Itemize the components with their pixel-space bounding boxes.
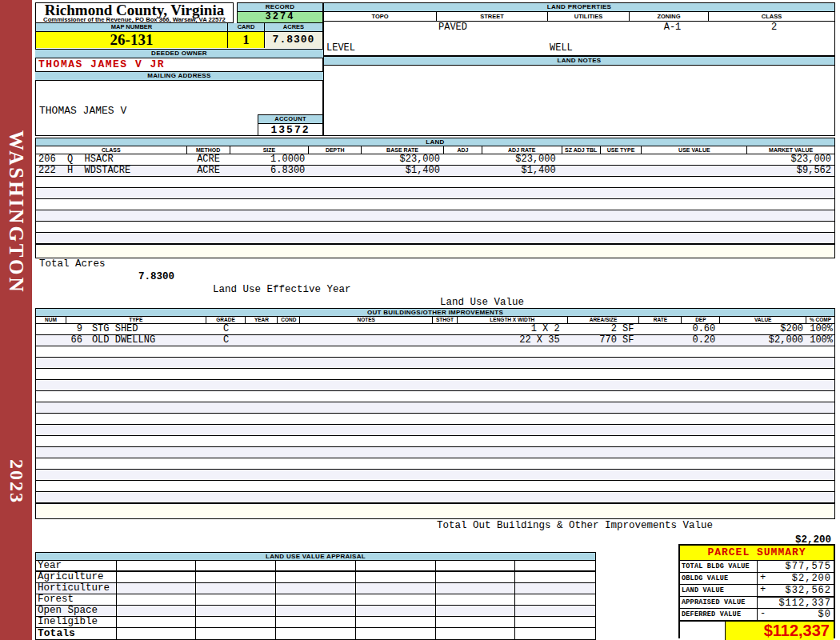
- ob-col: AREA/SIZE: [568, 317, 640, 323]
- ob-empty-row: [36, 391, 834, 402]
- land-col: BASE RATE: [362, 146, 444, 154]
- ps-row-land: LAND VALUE + $32,562: [680, 585, 834, 597]
- land-col: METHOD: [187, 146, 230, 154]
- acres-value: 7.8300: [265, 32, 322, 48]
- land-empty-row: [36, 210, 834, 222]
- land-col: DEPTH: [309, 146, 362, 154]
- ob-col: GRADE: [206, 317, 246, 323]
- property-record-card: WASHINGTON 2023 Richmond County, Virgini…: [0, 0, 840, 640]
- out-buildings-table: OUT BUILDINGS/OTHER IMPROVEMENTS NUM TYP…: [35, 308, 835, 519]
- ob-col: YEAR: [246, 317, 278, 323]
- account-box: ACCOUNT 13572: [258, 114, 323, 136]
- land-empty-row: [36, 222, 834, 233]
- taxable-value-label: TAXABLE VALUE: [680, 622, 726, 640]
- ob-empty-row: [36, 481, 834, 492]
- ob-empty-row: [36, 470, 834, 481]
- ps-row-obldg: OBLDG VALUE + $2,200: [680, 573, 834, 585]
- deeded-owner-label: DEEDED OWNER: [35, 50, 323, 58]
- ob-col: TYPE: [66, 317, 206, 323]
- lu-row-open-space: Open Space: [36, 606, 595, 617]
- out-building-row: 9 STG SHED C 1 X 2 2 SF 0.60 $200 100%: [36, 324, 834, 335]
- ob-empty-row: [36, 402, 834, 414]
- ob-empty-row: [36, 358, 834, 369]
- parcel-summary-title: PARCEL SUMMARY: [680, 546, 834, 561]
- ob-empty-row: [36, 436, 834, 447]
- land-col: CLASS: [36, 146, 187, 154]
- lu-row-totals: Totals: [36, 628, 595, 639]
- ob-col: COND: [278, 317, 300, 323]
- land-notes-box: LAND NOTES: [323, 56, 835, 136]
- ob-col: DEP: [682, 317, 720, 323]
- land-table: LAND CLASS METHOD SIZE DEPTH BASE RATE A…: [35, 138, 835, 258]
- ob-col: LENGTH X WIDTH: [458, 317, 568, 323]
- lp-col-topo: TOPO: [324, 12, 437, 21]
- land-row: 222 H WDSTACRE ACRE 6.8300 $1,400 $1,400…: [36, 166, 834, 177]
- lu-row-ineligible: Ineligible: [36, 617, 595, 628]
- land-col: USE TYPE: [601, 146, 642, 154]
- lp-col-street: STREET: [437, 12, 548, 21]
- ob-empty-row: [36, 447, 834, 458]
- ob-empty-row: [36, 380, 834, 391]
- land-col: SZ ADJ TBL: [562, 146, 601, 154]
- lp-col-utilities: UTILITIES: [548, 12, 630, 21]
- total-acres-value: 7.8300: [138, 270, 174, 283]
- ob-empty-row: [36, 414, 834, 425]
- card-value: 1: [228, 32, 265, 48]
- county-subtitle: Commissioner of the Revenue, PO Box 366,…: [40, 17, 229, 23]
- land-col: ADJ: [444, 146, 482, 154]
- county-title: Richmond County, Virginia: [36, 3, 233, 17]
- lp-zoning-value: A-1: [633, 22, 712, 33]
- sidebar-county-label: WASHINGTON: [5, 130, 27, 294]
- county-header-box: Richmond County, Virginia Commissioner o…: [35, 2, 234, 23]
- lu-row-agriculture: Agriculture: [36, 572, 595, 583]
- mailing-address-label: MAILING ADDRESS: [35, 72, 323, 81]
- effective-year-label: Land Use Effective Year: [213, 283, 351, 296]
- lp-street-value: PAVED: [438, 22, 467, 33]
- account-label: ACCOUNT: [258, 115, 322, 124]
- lp-col-zoning: ZONING: [630, 12, 709, 21]
- lu-row-year: Year: [36, 561, 595, 572]
- land-empty-row: [36, 177, 834, 188]
- land-empty-row: [36, 188, 834, 199]
- ps-row-taxable: TAXABLE VALUE $112,337: [680, 621, 834, 640]
- out-building-row: 66 OLD DWELLNG C 22 X 35 770 SF 0.20 $2,…: [36, 335, 834, 346]
- ob-col: RATE: [639, 317, 682, 323]
- ob-empty-row: [36, 346, 834, 358]
- total-acres-label: Total Acres: [39, 258, 106, 270]
- land-col: ADJ RATE: [482, 146, 562, 154]
- card-label: CARD: [228, 23, 265, 32]
- ob-empty-row: [36, 369, 834, 380]
- land-use-value-label: Land Use Value: [440, 296, 524, 309]
- map-number-value: 26-131: [36, 32, 228, 48]
- land-col: USE VALUE: [642, 146, 747, 154]
- land-properties-title: LAND PROPERTIES: [324, 3, 834, 12]
- ob-col: VALUE: [720, 317, 806, 323]
- land-col: SIZE: [230, 146, 310, 154]
- deeded-owner-value: THOMAS JAMES V JR: [35, 58, 323, 72]
- ob-col: % COMP: [806, 317, 834, 323]
- sidebar-year-label: 2023: [6, 459, 27, 504]
- ob-total-label: Total Out Buildings & Other Improvements…: [437, 518, 713, 533]
- land-col: MARKET VALUE: [747, 146, 834, 154]
- ps-row-total-bldg: TOTAL BLDG VALUE $77,575: [680, 561, 834, 573]
- land-properties-box: LAND PROPERTIES TOPO STREET UTILITIES ZO…: [323, 2, 835, 56]
- ob-empty-row: [36, 458, 834, 470]
- ob-empty-row: [36, 492, 834, 503]
- account-value: 13572: [258, 124, 322, 136]
- land-use-appraisal-title: LAND USE VALUE APPRAISAL: [36, 553, 595, 561]
- acres-label: ACRES: [265, 23, 322, 32]
- parcel-summary: PARCEL SUMMARY TOTAL BLDG VALUE $77,575 …: [678, 544, 835, 638]
- land-totals-row: Total Acres 7.8300 Land Use Effective Ye…: [36, 244, 834, 258]
- land-notes-title: LAND NOTES: [324, 57, 834, 66]
- ob-col: NOTES: [300, 317, 433, 323]
- map-card-acres: MAP NUMBER CARD ACRES 26-131 1 7.8300: [35, 23, 323, 50]
- taxable-value: $112,337: [726, 622, 834, 640]
- ob-col: STHGT: [433, 317, 458, 323]
- ps-row-deferred: DEFERRED VALUE - $0: [680, 609, 834, 621]
- lu-row-horticulture: Horticulture: [36, 583, 595, 594]
- lp-col-class: CLASS: [709, 12, 834, 21]
- record-box: RECORD 3274: [237, 2, 323, 23]
- land-empty-row: [36, 199, 834, 210]
- record-value: 3274: [238, 12, 322, 22]
- ob-empty-row: [36, 425, 834, 436]
